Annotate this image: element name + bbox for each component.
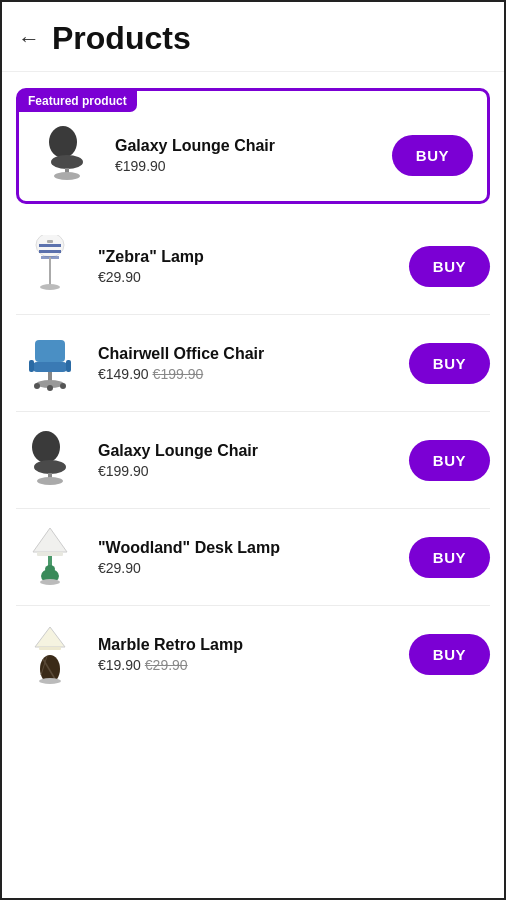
product-name: Chairwell Office Chair (98, 345, 409, 363)
list-item: Marble Retro Lamp €19.90€29.90 BUY (16, 606, 490, 702)
svg-point-35 (39, 678, 61, 684)
page-title: Products (52, 20, 191, 57)
product-image (16, 620, 84, 688)
product-price: €199.90 (98, 463, 149, 479)
svg-point-18 (47, 385, 53, 391)
product-price-row: €29.90 (98, 269, 409, 285)
product-image (16, 329, 84, 397)
svg-point-3 (54, 172, 80, 180)
product-name: "Zebra" Lamp (98, 248, 409, 266)
product-info: "Woodland" Desk Lamp €29.90 (98, 539, 409, 576)
product-info: "Zebra" Lamp €29.90 (98, 248, 409, 285)
svg-point-20 (32, 431, 60, 463)
featured-product-name: Galaxy Lounge Chair (115, 137, 392, 155)
product-original-price: €29.90 (145, 657, 188, 673)
list-item: Galaxy Lounge Chair €199.90 BUY (16, 412, 490, 509)
svg-point-19 (60, 383, 66, 389)
product-price-row: €149.90€199.90 (98, 366, 409, 382)
featured-card: Featured product Galaxy Lounge Chair €19… (16, 88, 490, 204)
svg-rect-11 (35, 340, 65, 362)
svg-rect-7 (39, 250, 61, 253)
product-image (16, 232, 84, 300)
product-name: Marble Retro Lamp (98, 636, 409, 654)
svg-point-10 (40, 284, 60, 290)
list-item: "Woodland" Desk Lamp €29.90 BUY (16, 509, 490, 606)
svg-point-0 (49, 126, 77, 158)
product-price-row: €19.90€29.90 (98, 657, 409, 673)
svg-rect-31 (39, 647, 61, 650)
buy-button[interactable]: BUY (409, 343, 490, 384)
product-info: Chairwell Office Chair €149.90€199.90 (98, 345, 409, 382)
svg-marker-24 (33, 528, 67, 552)
product-price: €149.90 (98, 366, 149, 382)
svg-rect-6 (39, 244, 61, 247)
svg-point-1 (51, 155, 83, 169)
featured-buy-button[interactable]: BUY (392, 135, 473, 176)
header: ← Products (2, 2, 504, 72)
svg-point-23 (37, 477, 63, 485)
product-original-price: €199.90 (153, 366, 204, 382)
svg-rect-9 (49, 257, 51, 285)
product-image (16, 426, 84, 494)
buy-button[interactable]: BUY (409, 634, 490, 675)
svg-point-17 (34, 383, 40, 389)
product-rows: "Zebra" Lamp €29.90 BUY (16, 218, 490, 702)
svg-rect-13 (29, 360, 34, 372)
svg-point-29 (40, 579, 60, 585)
product-image (16, 523, 84, 591)
featured-badge: Featured product (18, 90, 137, 112)
svg-rect-14 (66, 360, 71, 372)
svg-rect-5 (47, 240, 53, 243)
featured-product-image (33, 121, 101, 189)
product-price-row: €199.90 (98, 463, 409, 479)
svg-marker-30 (35, 627, 65, 647)
product-price: €29.90 (98, 560, 141, 576)
product-name: "Woodland" Desk Lamp (98, 539, 409, 557)
product-list: Featured product Galaxy Lounge Chair €19… (2, 72, 504, 718)
list-item: "Zebra" Lamp €29.90 BUY (16, 218, 490, 315)
buy-button[interactable]: BUY (409, 537, 490, 578)
buy-button[interactable]: BUY (409, 246, 490, 287)
featured-product-info: Galaxy Lounge Chair €199.90 (115, 137, 392, 174)
svg-rect-12 (33, 362, 67, 372)
product-price: €29.90 (98, 269, 141, 285)
product-price-row: €29.90 (98, 560, 409, 576)
product-price: €19.90 (98, 657, 141, 673)
product-name: Galaxy Lounge Chair (98, 442, 409, 460)
product-info: Galaxy Lounge Chair €199.90 (98, 442, 409, 479)
back-button[interactable]: ← (18, 26, 40, 52)
product-info: Marble Retro Lamp €19.90€29.90 (98, 636, 409, 673)
buy-button[interactable]: BUY (409, 440, 490, 481)
list-item: Chairwell Office Chair €149.90€199.90 BU… (16, 315, 490, 412)
svg-point-21 (34, 460, 66, 474)
featured-product-price: €199.90 (115, 158, 392, 174)
svg-point-28 (45, 565, 55, 573)
svg-rect-25 (37, 552, 63, 556)
